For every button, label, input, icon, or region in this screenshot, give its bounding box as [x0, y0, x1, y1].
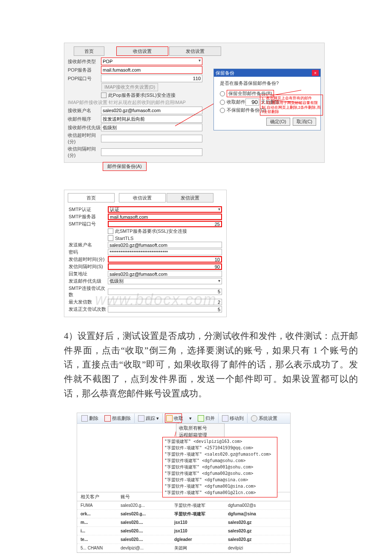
backup-legend: 1. 表示网页上会有所有的邮件 2. 3主要应用于网页邮箱容量有限制,自动在网页… — [260, 95, 323, 116]
input-max-send[interactable] — [108, 299, 222, 305]
label-recv-acct: 接收账户名 — [68, 107, 101, 114]
hard-delete-button[interactable]: 彻底删除 — [102, 413, 135, 423]
instruction-paragraph: 4）设置好后，测试设置是否成功，分测试收件和发件，收件测试：点开邮件界面，点击“… — [64, 329, 358, 401]
ok-button[interactable]: 确定(O) — [266, 118, 290, 126]
cancel-button[interactable]: 取消(C) — [293, 118, 316, 126]
label-smtp-port: SMTP端口号 — [69, 221, 108, 227]
label-send-interval: 发信间隔时间(S) — [69, 263, 108, 270]
input-days[interactable] — [245, 98, 259, 106]
label-smtp-server: SMTP服务器 — [69, 214, 108, 220]
col-customer: 相关客户 — [77, 494, 117, 500]
chevron-down-icon: ▾ — [189, 416, 192, 421]
table-row[interactable]: ork...sales020.g...孚盟软件-项建军dgfuma@sina — [77, 510, 290, 518]
input-body-retry[interactable] — [108, 306, 222, 312]
backup-question: 是否在服务器保留邮件备份? — [220, 80, 316, 87]
label-recv-timeout: 收信超时时间(分) — [68, 132, 101, 145]
account-item[interactable]: "孚盟软件项建军" <dgfuma001@sohu.com> — [164, 464, 275, 470]
input-pop-port[interactable] — [101, 75, 202, 82]
input-recv-interval[interactable] — [101, 148, 202, 156]
account-item[interactable]: "孚盟项建军" <devilpizi@163.com> — [164, 439, 275, 445]
label-smtp-retry: SMTP连接尝试次数 — [69, 285, 108, 298]
input-reply-addr[interactable] — [108, 271, 222, 277]
account-list: "孚盟项建军" <devilpizi@163.com> "孚盟软件-项建军" <… — [162, 437, 277, 497]
label-reply-addr: 回复地址 — [69, 271, 108, 277]
label-body-retry: 发送正文尝试次数 — [69, 306, 108, 312]
label-delete-after-a: 收取邮件 — [227, 99, 245, 105]
receive-button[interactable]: 收取 — [164, 413, 186, 423]
tab-tx-settings[interactable]: 发信设置 — [167, 193, 213, 202]
account-item[interactable]: "孚盟软件项建军" <dgfuma@sohu.com> — [164, 458, 275, 464]
system-settings-button[interactable]: 系统设置 — [248, 413, 280, 423]
checkbox-pop-ssl[interactable] — [101, 92, 107, 98]
label-imap-note: IMAP邮件接收设置 针对从现在起所收到的邮件启用IMAP — [68, 99, 186, 106]
tab-tx-settings[interactable]: 发信设置 — [169, 46, 221, 56]
input-send-interval[interactable] — [108, 263, 222, 270]
chevron-down-icon: ▾ — [156, 416, 159, 421]
input-recv-timeout[interactable] — [101, 135, 202, 142]
account-item[interactable]: "孚盟软件-项建军" <sales020.gz@fumasoft.com> — [164, 451, 275, 457]
track-button[interactable]: 跟踪▾ — [135, 413, 163, 423]
tab-home[interactable]: 首页 — [68, 193, 115, 202]
label-send-priority: 发送邮件优先级 — [69, 278, 108, 284]
menu-receive-all[interactable]: 收取所有帐号 — [179, 425, 222, 431]
table-row[interactable]: FUMAsales020.g...孚盟软件-项建军dgfuma002@s — [77, 501, 290, 510]
input-smtp-server[interactable] — [108, 214, 222, 220]
label-starttls: StartTLS — [115, 236, 133, 241]
select-send-priority[interactable] — [108, 278, 222, 284]
account-item[interactable]: "孚盟软件-项建军" <2571041939@qq.com> — [164, 445, 275, 451]
move-to-button[interactable]: 移动到 — [219, 413, 248, 423]
input-smtp-port[interactable] — [108, 221, 222, 227]
select-recv-priority[interactable] — [101, 124, 202, 131]
account-item[interactable]: "孚盟软件-项建军" <dgfuma001@sina.com> — [164, 483, 275, 489]
checkbox-starttls[interactable] — [108, 235, 113, 241]
tab-rx-settings[interactable]: 收信设置 — [116, 46, 168, 56]
select-smtp-auth[interactable] — [108, 206, 222, 213]
input-password[interactable] — [108, 249, 222, 255]
label-recv-priority: 接收邮件优先级 — [68, 124, 101, 131]
account-item[interactable]: "孚盟软件-项建军" <dgfuma@sina.com> — [164, 477, 275, 483]
folder-icon — [222, 415, 228, 422]
radio-no-keep[interactable] — [220, 108, 225, 113]
select-mail-type[interactable] — [101, 58, 202, 65]
input-smtp-retry[interactable] — [108, 289, 222, 295]
imap-folder-settings-button[interactable]: IMAP接收文件夹设置(D) — [101, 83, 158, 91]
mail-backup-button[interactable]: 邮件保留备份(A) — [103, 162, 147, 171]
label-recv-order: 收邮件顺序 — [68, 116, 101, 122]
cross-icon — [104, 415, 111, 422]
close-icon[interactable]: × — [312, 70, 319, 76]
label-pop-port: POP端口号 — [68, 75, 101, 82]
input-send-acct[interactable] — [108, 242, 222, 248]
input-send-timeout[interactable] — [108, 256, 222, 263]
backup-dialog-title: 保留备份 — [216, 70, 234, 76]
toolbar: 删除 彻底删除 跟踪▾ 收取 ▾ 归并 移动到 系统设置 — [77, 413, 290, 424]
label-password: 密码 — [69, 249, 108, 255]
checkbox-smtp-ssl[interactable] — [108, 228, 113, 234]
account-item[interactable]: "孚盟软件项建军" <dgfuma002@sohu.com> — [164, 471, 275, 477]
trash-icon — [81, 415, 88, 422]
delete-button[interactable]: 删除 — [79, 413, 101, 423]
mail-client-panel: 删除 彻底删除 跟踪▾ 收取 ▾ 归并 移动到 系统设置 收取所有帐号 远程邮箱… — [77, 413, 291, 553]
label-pop-ssl: 此Pop服务器要求(SSL)安全连接 — [108, 92, 176, 98]
table-row[interactable]: te...sales020....dgleadersales020.gz — [77, 535, 290, 544]
radio-delete-after[interactable] — [220, 100, 225, 105]
label-recv-interval: 收信间隔时间(分) — [68, 146, 101, 159]
radio-keep-all[interactable] — [220, 91, 225, 96]
track-icon — [138, 415, 144, 422]
input-recv-acct[interactable] — [101, 107, 202, 114]
table-row[interactable]: m...sales020....jsx110sales020.gz — [77, 518, 290, 527]
account-item[interactable]: "孚盟软件-项建军" <dgfuma001@21cn.com> — [164, 490, 275, 496]
gear-icon — [251, 415, 257, 422]
label-max-send: 最大发信数 — [69, 299, 108, 305]
label-send-timeout: 发信超时时间(分) — [69, 256, 108, 263]
label-pop-server: POP服务器 — [68, 67, 101, 73]
receive-dropdown-button[interactable]: ▾ — [187, 413, 194, 423]
table-row[interactable]: 5... CHANNdevilpizi@...美团网devilpizi — [77, 544, 290, 552]
tab-home[interactable]: 首页 — [74, 46, 104, 56]
label-send-acct: 发送账户名 — [69, 242, 108, 248]
table-row[interactable]: i...sales020....jsx110sales020.gz — [77, 527, 290, 535]
merge-icon — [198, 415, 204, 422]
input-pop-server[interactable] — [101, 66, 202, 74]
tab-rx-settings[interactable]: 收信设置 — [119, 193, 166, 202]
merge-button[interactable]: 归并 — [195, 413, 219, 423]
label-smtp-ssl: 此SMTP服务器要求(SSL)安全连接 — [115, 228, 187, 234]
